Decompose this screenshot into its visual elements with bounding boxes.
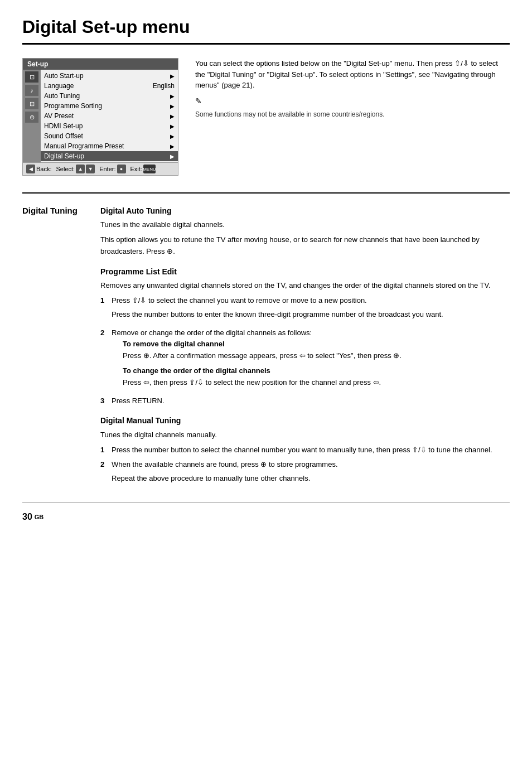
step-sub-para: Press the number buttons to enter the kn… bbox=[112, 309, 510, 321]
arrow-icon: ▶ bbox=[170, 93, 175, 99]
up-icon: ▲ bbox=[76, 165, 85, 173]
menu-header: Set-up bbox=[23, 59, 178, 70]
sub-step-text: Press ⇦, then press ⇧/⇩ to select the ne… bbox=[123, 377, 510, 389]
page-num-suffix: GB bbox=[35, 514, 44, 520]
menu-screenshot: Set-up ⊡ ♪ ⊟ ⊜ Auto Start-up ▶ Language … bbox=[22, 58, 178, 176]
menu-icon-settings: ⊜ bbox=[25, 111, 39, 123]
step-number: 1 bbox=[100, 444, 108, 456]
menu-item-language: Language English bbox=[41, 81, 178, 91]
step-content: When the available channels are found, p… bbox=[112, 459, 510, 488]
step-text: Press the number button to select the ch… bbox=[112, 446, 492, 454]
step-number: 3 bbox=[100, 395, 108, 407]
sub-step-change-order: To change the order of the digital chann… bbox=[123, 365, 510, 389]
menu-item-programme-sorting: Programme Sorting ▶ bbox=[41, 101, 178, 111]
dmt-step1: 1 Press the number button to select the … bbox=[100, 444, 510, 456]
menu-icon: MENU bbox=[143, 165, 156, 173]
enter-icon: ● bbox=[117, 165, 126, 173]
menu-item-label: Auto Tuning bbox=[44, 92, 80, 100]
menu-item-av-preset: AV Preset ▶ bbox=[41, 111, 178, 121]
footer-select: Select: ▲ ▼ bbox=[56, 165, 95, 173]
menu-icon-column: ⊡ ♪ ⊟ ⊜ bbox=[23, 70, 41, 162]
menu-icon-screen: ⊟ bbox=[25, 98, 39, 110]
digital-auto-tuning-heading: Digital Auto Tuning bbox=[100, 205, 510, 217]
step-text: When the available channels are found, p… bbox=[112, 460, 338, 468]
step-content: Press ⇧/⇩ to select the channel you want… bbox=[112, 295, 510, 324]
menu-item-auto-startup: Auto Start-up ▶ bbox=[41, 71, 178, 81]
footer-exit: Exit: MENU bbox=[130, 165, 156, 173]
sub-step-heading: To change the order of the digital chann… bbox=[123, 365, 510, 377]
step-text: Press ⇧/⇩ to select the channel you want… bbox=[112, 296, 367, 304]
sub-step-heading: To remove the digital channel bbox=[123, 339, 510, 350]
step-number: 2 bbox=[100, 459, 108, 488]
sub-step-remove: To remove the digital channel Press ⊕. A… bbox=[123, 339, 510, 362]
step-content: Press RETURN. bbox=[112, 395, 510, 407]
bottom-divider bbox=[22, 502, 510, 503]
note-text: Some functions may not be available in s… bbox=[195, 109, 510, 119]
ple-step3: 3 Press RETURN. bbox=[100, 395, 510, 407]
digital-manual-tuning-heading: Digital Manual Tuning bbox=[100, 414, 510, 427]
dat-para1: Tunes in the available digital channels. bbox=[100, 219, 510, 231]
description-paragraph: You can select the options listed below … bbox=[195, 58, 510, 91]
page-num: 30 bbox=[22, 512, 32, 522]
digital-tuning-label: Digital Tuning bbox=[22, 205, 89, 491]
step-content: Remove or change the order of the digita… bbox=[112, 327, 510, 392]
page-title: Digital Set-up menu bbox=[22, 17, 510, 45]
arrow-icon: ▶ bbox=[170, 103, 175, 109]
step-number: 1 bbox=[100, 295, 108, 324]
menu-icon-tv: ⊡ bbox=[25, 71, 39, 83]
ple-para1: Removes any unwanted digital channels st… bbox=[100, 280, 510, 292]
step-content: Press the number button to select the ch… bbox=[112, 444, 510, 456]
arrow-icon: ▶ bbox=[170, 73, 175, 79]
arrow-icon: ▶ bbox=[170, 133, 175, 139]
footer-enter: Enter: ● bbox=[99, 165, 125, 173]
arrow-icon: ▶ bbox=[170, 153, 175, 160]
arrow-icon: ▶ bbox=[170, 123, 175, 129]
footer-back: ◀ Back: bbox=[26, 165, 52, 173]
step-number: 2 bbox=[100, 327, 108, 392]
down-icon: ▼ bbox=[86, 165, 95, 173]
menu-item-auto-tuning: Auto Tuning ▶ bbox=[41, 91, 178, 101]
dat-para2: This option allows you to retune the TV … bbox=[100, 234, 510, 258]
section-divider bbox=[22, 192, 510, 194]
description-text: You can select the options listed below … bbox=[195, 58, 510, 176]
sub-step-text: Press ⊕. After a confirmation message ap… bbox=[123, 350, 510, 362]
menu-footer: ◀ Back: Select: ▲ ▼ Enter: ● Exit: MENU bbox=[23, 162, 178, 175]
menu-item-label: HDMI Set-up bbox=[44, 122, 83, 130]
menu-item-manual-programme-preset: Manual Programme Preset ▶ bbox=[41, 141, 178, 151]
note-icon: ✎ bbox=[195, 95, 510, 107]
back-button-icon: ◀ bbox=[26, 165, 35, 173]
menu-item-label: Programme Sorting bbox=[44, 102, 102, 110]
dmt-step2: 2 When the available channels are found,… bbox=[100, 459, 510, 488]
top-section: Set-up ⊡ ♪ ⊟ ⊜ Auto Start-up ▶ Language … bbox=[22, 58, 510, 176]
menu-item-hdmi-setup: HDMI Set-up ▶ bbox=[41, 121, 178, 131]
programme-list-edit-heading: Programme List Edit bbox=[100, 265, 510, 278]
menu-item-label: Digital Set-up bbox=[44, 152, 84, 160]
menu-item-label: Sound Offset bbox=[44, 132, 83, 140]
page-number: 30 GB bbox=[22, 512, 510, 522]
digital-tuning-section: Digital Tuning Digital Auto Tuning Tunes… bbox=[22, 205, 510, 491]
menu-item-label: Auto Start-up bbox=[44, 72, 84, 80]
menu-icon-audio: ♪ bbox=[25, 84, 39, 96]
digital-tuning-content: Digital Auto Tuning Tunes in the availab… bbox=[100, 205, 510, 491]
menu-item-value: English bbox=[153, 82, 175, 90]
menu-body: ⊡ ♪ ⊟ ⊜ Auto Start-up ▶ Language English… bbox=[23, 70, 178, 162]
arrow-icon: ▶ bbox=[170, 113, 175, 119]
menu-items-list: Auto Start-up ▶ Language English Auto Tu… bbox=[41, 70, 178, 162]
menu-item-digital-setup: Digital Set-up ▶ bbox=[41, 151, 178, 161]
menu-item-label: Language bbox=[44, 82, 74, 90]
ple-step2: 2 Remove or change the order of the digi… bbox=[100, 327, 510, 392]
step-text: Remove or change the order of the digita… bbox=[112, 328, 312, 337]
dmt-para1: Tunes the digital channels manually. bbox=[100, 429, 510, 441]
menu-item-label: AV Preset bbox=[44, 112, 74, 120]
step-text: Press RETURN. bbox=[112, 397, 165, 405]
step-sub-para: Repeat the above procedure to manually t… bbox=[112, 473, 510, 485]
ple-step1: 1 Press ⇧/⇩ to select the channel you wa… bbox=[100, 295, 510, 324]
menu-item-sound-offset: Sound Offset ▶ bbox=[41, 131, 178, 141]
arrow-icon: ▶ bbox=[170, 143, 175, 149]
menu-item-label: Manual Programme Preset bbox=[44, 142, 124, 150]
